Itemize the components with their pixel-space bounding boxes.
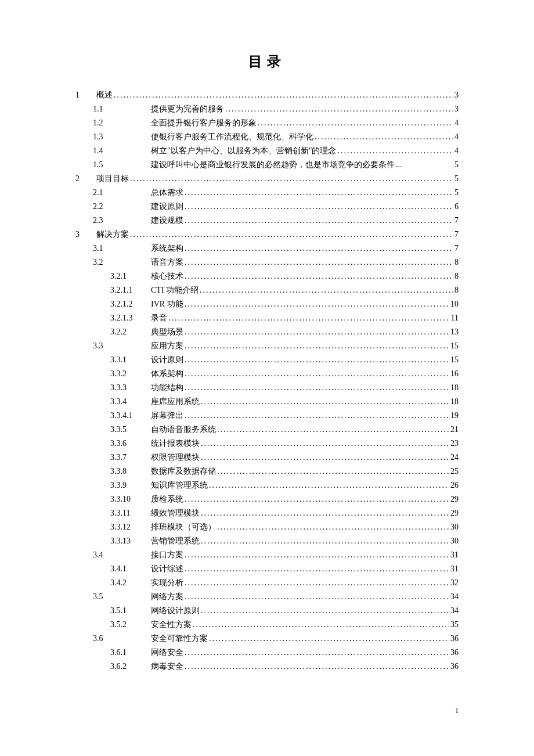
toc-entry-page: 34 (450, 604, 459, 618)
toc-entry-text: 自动语音服务系统 (151, 423, 216, 437)
toc-leader-dots (185, 548, 449, 562)
toc-entry: 1.4树立"以客户为中心、以服务为本、营销创新"的理念4 (75, 144, 459, 158)
toc-entry-number: 3.3.7 (110, 451, 151, 465)
toc-entry-number: 3.3.6 (110, 437, 151, 451)
toc-leader-dots (185, 660, 449, 674)
toc-entry-page: 5 (454, 158, 459, 172)
toc-entry-number: 3.4.2 (110, 576, 151, 590)
toc-leader-dots (201, 437, 449, 451)
toc-entry: 3.2.1核心技术8 (75, 269, 459, 283)
toc-leader-dots (185, 297, 449, 311)
toc-entry-number: 3.1 (93, 242, 151, 255)
toc-entry: 1.1提供更为完善的服务3 (75, 102, 459, 116)
toc-entry-text: 设计综述 (151, 562, 183, 576)
toc-entry-number: 1.5 (93, 158, 151, 172)
toc-entry: 3.3.4座席应用系统18 (75, 395, 459, 409)
toc-entry-page: 30 (450, 520, 459, 534)
toc-entry-page: 24 (450, 451, 459, 465)
toc-entry-page: 5 (454, 186, 459, 200)
toc-entry: 2项目目标5 (75, 172, 459, 186)
toc-entry-text: 绩效管理模块 (151, 506, 200, 520)
toc-entry-number: 2.3 (93, 214, 151, 228)
toc-entry-page: 18 (450, 395, 459, 409)
toc-leader-dots (130, 228, 453, 242)
toc-entry-text: 营销管理系统 (151, 534, 200, 548)
toc-leader-dots (185, 492, 449, 506)
toc-leader-dots (185, 186, 453, 200)
toc-entry-text: 网络安全 (151, 646, 183, 660)
toc-entry: 3.6安全可靠性方案36 (75, 632, 459, 646)
toc-entry-text: 建设呼叫中心是商业银行发展的必然趋势，也是市场竞争的必要条件 (151, 158, 395, 172)
toc-leader-dots (217, 465, 449, 478)
toc-entry-text: 权限管理模块 (151, 451, 200, 465)
toc-entry-text: 网络方案 (151, 590, 183, 604)
toc-leader-dots (185, 353, 449, 367)
toc-entry-page: 25 (450, 465, 459, 478)
toc-entry-text: 树立"以客户为中心、以服务为本、营销创新"的理念 (151, 144, 336, 158)
toc-entry-text: 数据库及数据存储 (151, 465, 216, 478)
toc-leader-dots (209, 632, 449, 646)
toc-entry: 3.3.4.1屏幕弹出19 (75, 409, 459, 423)
toc-entry-page: 31 (450, 562, 459, 576)
toc-entry-page: 6 (454, 200, 459, 214)
toc-entry: 3.2.2典型场景13 (75, 325, 459, 339)
toc-entry-page: 23 (450, 437, 459, 451)
toc-entry-text: 建设规模 (151, 214, 183, 228)
toc-entry: 3.1系统架构7 (75, 242, 459, 255)
toc-entry-text: 屏幕弹出 (151, 409, 183, 423)
toc-leader-dots (185, 381, 449, 395)
toc-entry-text: 质检系统 (151, 492, 183, 506)
toc-entry-page: 7 (454, 214, 459, 228)
toc-entry: 1.2全面提升银行客户服务的形象4 (75, 116, 459, 130)
toc-entry-number: 3.2.1.3 (110, 311, 151, 325)
toc-entry-text: 典型场景 (151, 325, 183, 339)
toc-entry-text: 使银行客户服务工作流程化、规范化、科学化 (151, 130, 313, 144)
toc-entry: 2.2建设原则6 (75, 200, 459, 214)
toc-entry-number: 3.2.2 (110, 325, 151, 339)
toc-entry-page: 34 (450, 590, 459, 604)
toc-entry-number: 2.1 (93, 186, 151, 200)
toc-leader-dots (130, 172, 453, 186)
toc-leader-dots (258, 116, 453, 130)
toc-entry-page: 5 (454, 172, 459, 186)
toc-entry-page: 32 (450, 576, 459, 590)
toc-entry-page: 35 (450, 618, 459, 632)
toc-entry: 2.3建设规模7 (75, 214, 459, 228)
toc-entry-text: 体系架构 (151, 367, 183, 381)
toc-entry-page: 4 (454, 144, 459, 158)
toc-entry-number: 3 (75, 228, 93, 242)
toc-entry-text: CTI 功能介绍 (151, 283, 199, 297)
toc-leader-dots (185, 576, 449, 590)
toc-entry: 3.3.1设计原则15 (75, 353, 459, 367)
toc-entry-text: 网络设计原则 (151, 604, 200, 618)
toc-leader-dots (201, 506, 449, 520)
toc-entry: 3.3.8数据库及数据存储25 (75, 465, 459, 478)
toc-leader-dots (201, 534, 449, 548)
toc-entry-number: 3.3.13 (110, 534, 151, 548)
toc-leader-dots (185, 339, 449, 353)
toc-entry: 3.3.7权限管理模块24 (75, 451, 459, 465)
toc-entry-number: 3.3.10 (110, 492, 151, 506)
toc-leader-dots (185, 255, 453, 269)
toc-entry: 3.3.13营销管理系统30 (75, 534, 459, 548)
toc-entry-page: 8 (454, 269, 459, 283)
toc-entry: 3.6.2病毒安全36 (75, 660, 459, 674)
toc-entry-page: 4 (454, 116, 459, 130)
toc-entry-text: 全面提升银行客户服务的形象 (151, 116, 257, 130)
toc-entry-number: 3.3.5 (110, 423, 151, 437)
toc-entry-text: 系统架构 (151, 242, 183, 255)
toc-entry: 3.4.2实现分析32 (75, 576, 459, 590)
toc-leader-dots (185, 367, 449, 381)
toc-entry: 3.3.2体系架构16 (75, 367, 459, 381)
toc-entry-text: 核心技术 (151, 269, 183, 283)
toc-leader-dots (315, 130, 453, 144)
toc-entry-text: 安全可靠性方案 (151, 632, 208, 646)
toc-entry-text: IVR 功能 (151, 297, 183, 311)
toc-entry-number: 3.2.1.1 (110, 283, 151, 297)
toc-entry-page: 21 (450, 423, 459, 437)
toc-leader-dots (185, 562, 449, 576)
toc-entry-text: 知识库管理系统 (151, 478, 208, 492)
toc-entry-number: 3.2.1 (110, 269, 151, 283)
toc-leader-dots (185, 214, 453, 228)
toc-leader-dots (217, 520, 449, 534)
